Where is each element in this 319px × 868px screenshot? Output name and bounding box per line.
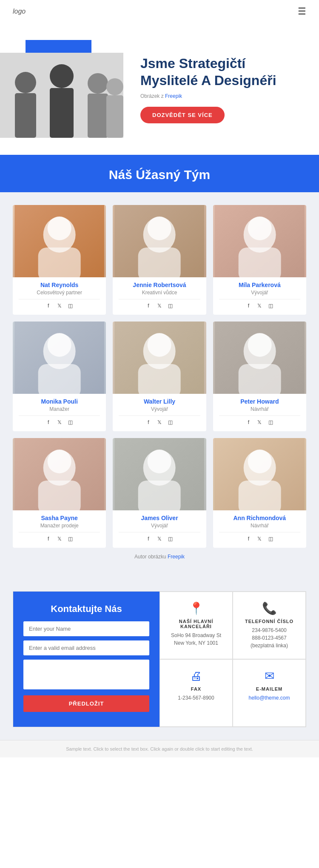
svg-rect-23 [238,248,281,277]
twitter-icon[interactable]: 𝕏 [156,535,163,543]
team-socials-peter: f 𝕏 ◫ [219,416,300,426]
team-role-nat: Celosvětový partner [13,290,106,296]
person-svg-nat [13,205,106,277]
freepik-link[interactable]: Freepik [165,93,182,99]
facebook-icon[interactable]: f [145,302,152,310]
menu-icon[interactable]: ☰ [298,6,306,17]
email-icon: ✉ [241,669,298,683]
svg-point-27 [48,333,71,357]
hero-team-photo [0,53,123,138]
footer-note: Sample text. Click to select the text bo… [66,746,253,751]
message-textarea[interactable] [23,660,149,689]
twitter-icon[interactable]: 𝕏 [256,302,263,310]
team-name-jennie: Jennie Robertsová [113,282,206,288]
team-role-peter: Návrhář [213,406,306,412]
team-name-mila: Míla Parkerová [213,282,306,288]
team-photo-walter [113,322,206,394]
svg-point-47 [148,450,171,473]
email-label: E-MAILEM [241,686,298,692]
svg-point-5 [88,73,108,94]
footer: Sample text. Click to select the text bo… [0,740,319,757]
contact-form-title: Kontaktujte Nás [23,603,149,615]
twitter-icon[interactable]: 𝕏 [256,418,263,426]
svg-rect-2 [15,93,36,138]
instagram-icon[interactable]: ◫ [267,535,274,543]
svg-rect-43 [38,481,81,510]
facebook-icon[interactable]: f [45,418,52,426]
twitter-icon[interactable]: 𝕏 [56,418,63,426]
twitter-icon[interactable]: 𝕏 [156,302,163,310]
svg-rect-8 [106,95,123,138]
team-photo-jennie [113,205,206,277]
email-input[interactable] [23,640,149,655]
email-link[interactable]: hello@theme.com [249,695,290,701]
svg-rect-53 [238,481,281,510]
twitter-icon[interactable]: 𝕏 [256,535,263,543]
person-svg-mila [213,205,306,277]
svg-rect-38 [238,364,281,394]
logo: logo [13,8,26,15]
team-card-nat: Nat Reynolds Celosvětový partner f 𝕏 ◫ [13,205,106,315]
facebook-icon[interactable]: f [245,418,252,426]
team-socials-monika: f 𝕏 ◫ [19,416,100,426]
learn-more-button[interactable]: DOZVĚDĚT SE VÍCE [140,107,225,123]
instagram-icon[interactable]: ◫ [67,418,74,426]
location-icon: 📍 [168,601,225,615]
team-socials-walter: f 𝕏 ◫ [119,416,200,426]
instagram-icon[interactable]: ◫ [67,302,74,310]
svg-rect-4 [50,88,74,138]
twitter-icon[interactable]: 𝕏 [56,302,63,310]
facebook-icon[interactable]: f [245,535,252,543]
team-photo-sasha [13,438,106,510]
fax-box: 🖨 FAX 1-234-567-8900 [160,659,233,727]
phone-icon: 📞 [241,601,298,615]
facebook-icon[interactable]: f [245,302,252,310]
team-socials-nat: f 𝕏 ◫ [19,299,100,310]
instagram-icon[interactable]: ◫ [67,535,74,543]
instagram-icon[interactable]: ◫ [167,418,174,426]
freepik-credit-link[interactable]: Freepik [168,554,185,560]
person-svg-walter [113,322,206,394]
contact-info-grid: 📍 NAŠÍ HLAVNÍ KANCELÁŘI SoHo 94 Broadway… [160,592,306,727]
facebook-icon[interactable]: f [145,418,152,426]
svg-rect-18 [138,248,181,277]
team-socials-mila: f 𝕏 ◫ [219,299,300,310]
facebook-icon[interactable]: f [145,535,152,543]
twitter-icon[interactable]: 𝕏 [156,418,163,426]
svg-point-1 [15,72,36,93]
instagram-icon[interactable]: ◫ [267,302,274,310]
instagram-icon[interactable]: ◫ [167,302,174,310]
hero-image-area [0,40,128,138]
hero-content: Jsme Strategičtí Myslitelé A Designéři O… [128,55,306,123]
phone-value: 234-9876-5400888-0123-4567(bezplatná lin… [241,626,298,649]
team-card-ann: Ann Richmondová Návrhář f 𝕏 ◫ [213,438,306,548]
submit-button[interactable]: PŘEDLOŽIT [23,695,149,712]
team-photo-monika [13,322,106,394]
instagram-icon[interactable]: ◫ [267,418,274,426]
facebook-icon[interactable]: f [45,535,52,543]
team-card-peter: Peter Howard Návrhář f 𝕏 ◫ [213,322,306,431]
name-input[interactable] [23,621,149,636]
svg-rect-6 [88,94,108,138]
team-section-title: Náš Úžasný Tým [0,168,319,182]
team-role-mila: Vývojář [213,290,306,296]
contact-form-box: Kontaktujte Nás PŘEDLOŽIT [13,592,160,727]
phone-box: 📞 TELEFONNÍ ČÍSLO 234-9876-5400888-0123-… [233,592,306,659]
svg-point-12 [48,216,71,240]
email-box: ✉ E-MAILEM hello@theme.com [233,659,306,727]
facebook-icon[interactable]: f [45,302,52,310]
team-section: Náš Úžasný Tým [0,155,319,574]
contact-section: 📍 NAŠÍ HLAVNÍ KANCELÁŘI SoHo 94 Broadway… [0,574,319,740]
twitter-icon[interactable]: 𝕏 [56,535,63,543]
instagram-icon[interactable]: ◫ [167,535,174,543]
contact-grid: 📍 NAŠÍ HLAVNÍ KANCELÁŘI SoHo 94 Broadway… [13,591,306,727]
team-photo-james [113,438,206,510]
team-name-peter: Peter Howard [213,398,306,405]
svg-point-52 [248,450,271,473]
svg-point-7 [106,78,123,95]
team-name-nat: Nat Reynolds [13,282,106,288]
fax-value: 1-234-567-8900 [168,694,225,702]
team-socials-james: f 𝕏 ◫ [119,532,200,543]
team-card-mila: Míla Parkerová Vývojář f 𝕏 ◫ [213,205,306,315]
team-photo-peter [213,322,306,394]
